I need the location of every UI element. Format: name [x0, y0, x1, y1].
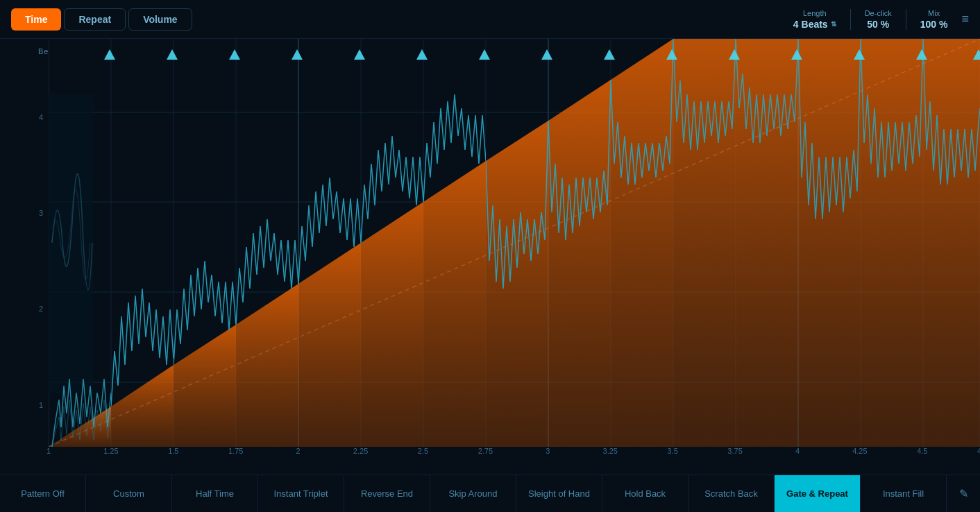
mix-label: Mix: [928, 9, 940, 17]
x-tick-3-75: 3.75: [727, 447, 742, 455]
waveform-canvas[interactable]: [49, 39, 980, 447]
declick-value[interactable]: 50 %: [867, 19, 889, 30]
mix-control: Mix 100 %: [920, 9, 948, 30]
x-tick-4-25: 4.25: [852, 447, 867, 455]
tab-group: Time Repeat Volume: [11, 8, 192, 31]
mix-value[interactable]: 100 %: [920, 19, 948, 30]
declick-label: De-click: [865, 9, 892, 17]
y-num-4: 4: [39, 113, 43, 121]
y-num-3: 3: [39, 209, 43, 217]
x-tick-1-75: 1.75: [228, 447, 243, 455]
divider-1: [850, 9, 851, 30]
tab-repeat[interactable]: Repeat: [64, 8, 126, 31]
x-tick-2-75: 2.75: [478, 447, 493, 455]
svg-marker-35: [861, 39, 923, 447]
x-tick-4-5: 4.5: [917, 447, 927, 455]
mix-settings-icon[interactable]: ≡: [961, 12, 969, 26]
tab-volume[interactable]: Volume: [128, 8, 192, 31]
svg-marker-31: [611, 39, 673, 447]
pattern-btn-skip-around[interactable]: Skip Around: [430, 475, 516, 512]
y-num-1: 1: [39, 401, 43, 409]
x-tick-3: 3: [546, 447, 550, 455]
divider-2: [906, 9, 906, 30]
svg-marker-32: [673, 39, 736, 447]
pattern-buttons: Pattern Off Custom Half Time Instant Tri…: [0, 475, 980, 512]
pattern-btn-hold-back[interactable]: Hold Back: [602, 475, 688, 512]
pattern-btn-instant-fill[interactable]: Instant Fill: [861, 475, 947, 512]
header-controls: Length 4 Beats ⇅ De-click 50 % Mix 100 %…: [793, 0, 969, 38]
x-axis: 1 1.25 1.5 1.75 2 2.25 2.5 2.75 3 3.25 3…: [49, 447, 980, 475]
svg-marker-30: [548, 80, 611, 447]
pattern-btn-sleight-of-hand[interactable]: Sleight of Hand: [516, 475, 602, 512]
x-tick-1-25: 1.25: [103, 447, 118, 455]
length-value[interactable]: 4 Beats ⇅: [793, 19, 836, 30]
y-axis: 4 3 2 1: [0, 39, 49, 475]
x-tick-4-75: 4.75: [977, 447, 980, 455]
pattern-btn-reverse-end[interactable]: Reverse End: [344, 475, 430, 512]
svg-marker-34: [798, 39, 861, 447]
declick-control: De-click 50 %: [865, 9, 892, 30]
visualization-area: Beat 4 3 2 1: [0, 39, 980, 475]
y-num-2: 2: [39, 305, 43, 313]
x-tick-1-5: 1.5: [168, 447, 178, 455]
pattern-btn-instant-triplet[interactable]: Instant Triplet: [258, 475, 344, 512]
pattern-btn-half-time[interactable]: Half Time: [172, 475, 258, 512]
pattern-btn-scratch-back[interactable]: Scratch Back: [688, 475, 775, 512]
waveform-svg: [49, 39, 980, 447]
length-control: Length 4 Beats ⇅: [793, 9, 836, 30]
pattern-btn-off[interactable]: Pattern Off: [0, 475, 86, 512]
x-tick-3-25: 3.25: [603, 447, 618, 455]
pattern-btn-gate-repeat[interactable]: Gate & Repeat: [775, 475, 861, 512]
x-tick-2-25: 2.25: [353, 447, 368, 455]
edit-pattern-button[interactable]: ✎: [947, 475, 980, 512]
x-tick-3-5: 3.5: [667, 447, 677, 455]
svg-marker-33: [736, 39, 798, 447]
svg-marker-36: [923, 39, 980, 447]
svg-marker-29: [486, 121, 548, 447]
pattern-btn-custom[interactable]: Custom: [86, 475, 172, 512]
svg-rect-37: [49, 94, 94, 393]
svg-marker-28: [423, 161, 486, 447]
x-tick-2: 2: [296, 447, 301, 455]
x-tick-1: 1: [47, 447, 51, 455]
tab-time[interactable]: Time: [11, 8, 61, 31]
svg-marker-27: [361, 202, 423, 447]
x-tick-4: 4: [795, 447, 800, 455]
x-tick-2-5: 2.5: [418, 447, 428, 455]
header: Time Repeat Volume Length 4 Beats ⇅ De-c…: [0, 0, 980, 39]
length-label: Length: [803, 9, 827, 17]
